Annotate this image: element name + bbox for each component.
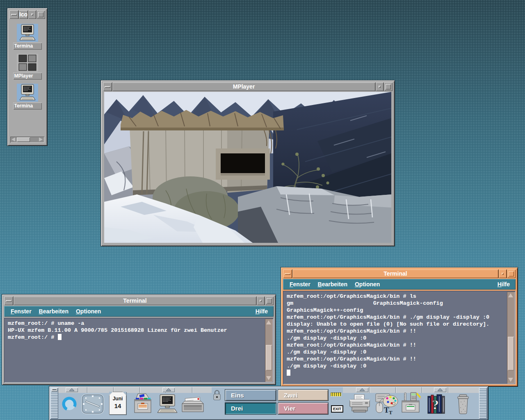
- scroll-up-arrow[interactable]: [508, 292, 514, 298]
- terminal-text[interactable]: mzfem_root:/ # uname -aHP-UX mzfem B.11.…: [5, 319, 265, 382]
- icon-box-titlebar[interactable]: Ico: [9, 10, 45, 19]
- minimize-button[interactable]: [257, 297, 265, 305]
- terminal-line: gm GraphicsMagick-config: [287, 300, 504, 307]
- terminal-line: mzfem_root:/ #: [8, 334, 262, 341]
- menu-bearbeiten[interactable]: Bearbeiten: [38, 308, 69, 315]
- terminal-title[interactable]: Terminal: [292, 269, 498, 278]
- subpanel-arrow-printer[interactable]: [356, 388, 368, 392]
- exit-label: EXIT: [333, 407, 341, 411]
- terminal-line: [287, 370, 504, 377]
- trash-can-icon: [456, 394, 470, 414]
- minimized-mplayer-icon-cell[interactable]: MPlayer: [13, 54, 42, 80]
- menu-fenster[interactable]: Fenster: [10, 308, 32, 315]
- minimized-terminal-icon-cell[interactable]: Termina: [13, 84, 42, 110]
- file-manager-button[interactable]: [132, 393, 153, 414]
- workspace-button-drei[interactable]: Drei: [225, 403, 276, 414]
- terminal-text[interactable]: mzfem_root:/opt/GraphicsMagick/bin # lsg…: [284, 292, 507, 383]
- minimized-terminal-icon-cell[interactable]: Termina: [13, 24, 42, 50]
- terminal-vertical-scrollbar[interactable]: [265, 319, 273, 382]
- maximize-button[interactable]: [265, 297, 274, 305]
- application-manager-button[interactable]: [399, 392, 422, 415]
- minimize-button[interactable]: [376, 82, 383, 91]
- window-menu-button[interactable]: [283, 269, 292, 278]
- menu-fenster[interactable]: Fenster: [289, 281, 311, 288]
- minimize-button[interactable]: [499, 269, 507, 278]
- maximize-button[interactable]: [507, 269, 516, 278]
- workspace-button-eins[interactable]: Eins: [225, 390, 276, 401]
- terminal-title[interactable]: Terminal: [14, 297, 256, 305]
- workspace-button-vier[interactable]: Vier: [278, 403, 328, 414]
- mountain-scene-video-frame: [104, 92, 391, 243]
- minimize-button[interactable]: [28, 10, 36, 19]
- scroll-right-arrow[interactable]: [38, 137, 43, 142]
- up-triangle-icon: [69, 388, 75, 391]
- icon-box-title[interactable]: Ico: [19, 10, 28, 19]
- menu-bearbeiten[interactable]: Bearbeiten: [317, 281, 348, 288]
- subpanel-arrow-clock[interactable]: [66, 388, 78, 392]
- subpanel-arrow-help[interactable]: [434, 388, 446, 392]
- terminal-line: ./gm display -display :0: [287, 349, 504, 356]
- scrollbar-thumb[interactable]: [266, 345, 272, 370]
- terminal-window-right: Terminal Fenster Bearbeiten Optionen Hil…: [281, 267, 518, 386]
- mplayer-titlebar[interactable]: MPlayer: [103, 82, 393, 91]
- help-button[interactable]: ?: [427, 393, 446, 415]
- panel-left-grip[interactable]: [50, 388, 58, 419]
- terminal-line: display: Unable to open file (0) [No suc…: [287, 321, 504, 328]
- terminal-line: mzfem_root:/opt/GraphicsMagick/bin # ./g…: [287, 314, 504, 321]
- busy-light-indicator: [331, 393, 341, 396]
- trash-button[interactable]: [456, 394, 470, 414]
- scroll-down-arrow[interactable]: [266, 375, 272, 381]
- text-cursor: [58, 334, 62, 340]
- workspace-label: Vier: [284, 405, 295, 412]
- icon-box-body: Termina MPl: [9, 20, 45, 135]
- workspace-button-zwei[interactable]: Zwei: [278, 390, 328, 401]
- exit-button[interactable]: EXIT: [331, 405, 343, 413]
- mail-tray-icon: [181, 395, 204, 413]
- mplayer-title[interactable]: MPlayer: [112, 82, 375, 91]
- menu-hilfe[interactable]: Hilfe: [255, 308, 269, 315]
- lock-button[interactable]: [213, 389, 221, 401]
- menu-optionen[interactable]: Optionen: [354, 281, 381, 288]
- menu-hilfe[interactable]: Hilfe: [497, 281, 511, 288]
- mplayer-icon: [17, 54, 38, 72]
- terminal-icon: [157, 394, 178, 414]
- menu-optionen[interactable]: Optionen: [75, 308, 102, 315]
- terminal-line: mzfem_root:/ # uname -a: [8, 320, 262, 327]
- terminal-line: mzfem_root:/opt/GraphicsMagick/bin # !!: [287, 328, 504, 335]
- scroll-up-arrow[interactable]: [266, 320, 272, 325]
- calendar-button[interactable]: Juni 14: [109, 392, 126, 415]
- activity-indicator-button[interactable]: [62, 396, 77, 412]
- mail-button[interactable]: [181, 395, 204, 413]
- help-books-icon: ?: [427, 393, 446, 415]
- window-menu-button[interactable]: [9, 10, 18, 19]
- maximize-button[interactable]: [384, 82, 393, 91]
- panel-separator: [369, 387, 370, 393]
- style-manager-button[interactable]: T T: [373, 392, 399, 415]
- calendar-month: Juni: [110, 396, 126, 402]
- scrollbar-thumb[interactable]: [17, 137, 30, 142]
- icon-box-horizontal-scrollbar[interactable]: [10, 137, 44, 143]
- up-triangle-icon: [166, 388, 171, 391]
- panel-minimize-button[interactable]: [51, 388, 57, 392]
- terminal-line: mzfem_root:/opt/GraphicsMagick/bin # !!: [287, 342, 504, 349]
- activity-circle-icon: [62, 396, 77, 412]
- scroll-left-arrow[interactable]: [11, 137, 16, 142]
- clock-button[interactable]: [81, 394, 104, 414]
- scroll-down-arrow[interactable]: [508, 377, 514, 383]
- app-drawer-icon: [399, 392, 422, 415]
- terminal-titlebar[interactable]: Terminal: [283, 269, 516, 278]
- terminal-output-area[interactable]: mzfem_root:/opt/GraphicsMagick/bin # lsg…: [283, 291, 516, 384]
- terminal-vertical-scrollbar[interactable]: [507, 292, 515, 383]
- printer-button[interactable]: [349, 394, 371, 413]
- subpanel-arrow-terminal[interactable]: [162, 388, 175, 392]
- terminal-titlebar[interactable]: Terminal: [4, 297, 274, 305]
- terminal-output-area[interactable]: mzfem_root:/ # uname -aHP-UX mzfem B.11.…: [4, 318, 274, 383]
- scrollbar-thumb[interactable]: [508, 337, 514, 370]
- window-menu-button[interactable]: [103, 82, 112, 91]
- terminal-button[interactable]: [157, 394, 178, 414]
- style-manager-icon: T T: [373, 392, 399, 415]
- terminal-line: ./gm display -display :0: [287, 335, 504, 342]
- window-menu-button[interactable]: [4, 297, 13, 305]
- panel-right-grip[interactable]: [479, 388, 487, 419]
- maximize-button[interactable]: [37, 10, 45, 19]
